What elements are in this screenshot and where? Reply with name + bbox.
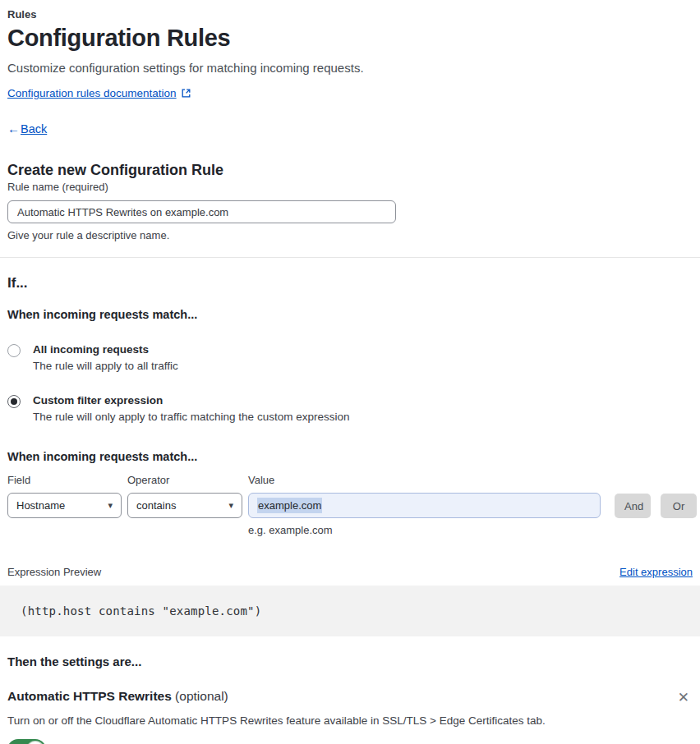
back-arrow-icon: ← xyxy=(7,122,20,135)
operator-select-value: contains xyxy=(136,499,176,512)
page-title: Configuration Rules xyxy=(7,25,693,52)
page-subtitle: Customize configuration settings for mat… xyxy=(7,61,693,75)
automatic-https-rewrites-toggle[interactable]: ✓ xyxy=(7,739,46,744)
rule-name-label: Rule name (required) xyxy=(7,181,108,193)
toggle-knob xyxy=(26,741,44,744)
value-label: Value xyxy=(248,474,601,486)
chevron-down-icon: ▾ xyxy=(108,500,113,511)
radio-option-custom-filter-expression[interactable]: Custom filter expression The rule will o… xyxy=(7,394,693,423)
expression-code: (http.host contains "example.com") xyxy=(21,604,261,618)
radio-option-description: The rule will only apply to traffic matc… xyxy=(33,411,349,423)
section-divider xyxy=(0,257,700,258)
value-input[interactable]: example.com xyxy=(248,493,601,518)
radio-selected-icon[interactable] xyxy=(7,395,21,408)
and-button[interactable]: And xyxy=(615,494,651,518)
or-button[interactable]: Or xyxy=(661,494,697,518)
setting-title: Automatic HTTPS Rewrites (optional) xyxy=(7,689,228,704)
operator-select[interactable]: contains ▾ xyxy=(127,493,242,518)
then-heading: Then the settings are... xyxy=(7,654,693,668)
setting-description: Turn on or off the Cloudflare Automatic … xyxy=(7,714,693,727)
rule-name-input[interactable] xyxy=(7,200,396,223)
radio-unselected-icon[interactable] xyxy=(7,344,21,357)
expression-preview-box: (http.host contains "example.com") xyxy=(0,586,700,636)
field-label: Field xyxy=(7,474,122,486)
rule-name-help: Give your rule a descriptive name. xyxy=(7,229,693,241)
radio-option-description: The rule will apply to all traffic xyxy=(33,360,178,372)
edit-expression-link[interactable]: Edit expression xyxy=(619,566,693,578)
configuration-rules-page: Rules Configuration Rules Customize conf… xyxy=(0,0,700,744)
value-help: e.g. example.com xyxy=(248,524,601,536)
value-input-text: example.com xyxy=(257,498,322,513)
field-select-value: Hostname xyxy=(16,499,65,512)
create-rule-heading: Create new Configuration Rule xyxy=(7,162,693,179)
if-heading: If... xyxy=(7,275,693,292)
field-select[interactable]: Hostname ▾ xyxy=(7,493,122,518)
breadcrumb: Rules xyxy=(7,8,693,21)
setting-optional-suffix: (optional) xyxy=(172,689,228,703)
chevron-down-icon: ▾ xyxy=(228,500,233,511)
radio-option-label: All incoming requests xyxy=(33,343,178,356)
expression-preview-label: Expression Preview xyxy=(7,566,101,578)
setting-title-name: Automatic HTTPS Rewrites xyxy=(7,689,172,703)
external-link-icon xyxy=(181,88,191,99)
radio-option-all-incoming-requests[interactable]: All incoming requests The rule will appl… xyxy=(7,343,693,372)
operator-label: Operator xyxy=(127,474,242,486)
builder-heading: When incoming requests match... xyxy=(7,450,693,463)
close-icon[interactable]: ✕ xyxy=(675,689,693,706)
back-link[interactable]: Back xyxy=(21,122,47,135)
match-heading: When incoming requests match... xyxy=(7,308,693,321)
radio-option-label: Custom filter expression xyxy=(33,394,349,406)
documentation-link[interactable]: Configuration rules documentation xyxy=(7,87,177,99)
